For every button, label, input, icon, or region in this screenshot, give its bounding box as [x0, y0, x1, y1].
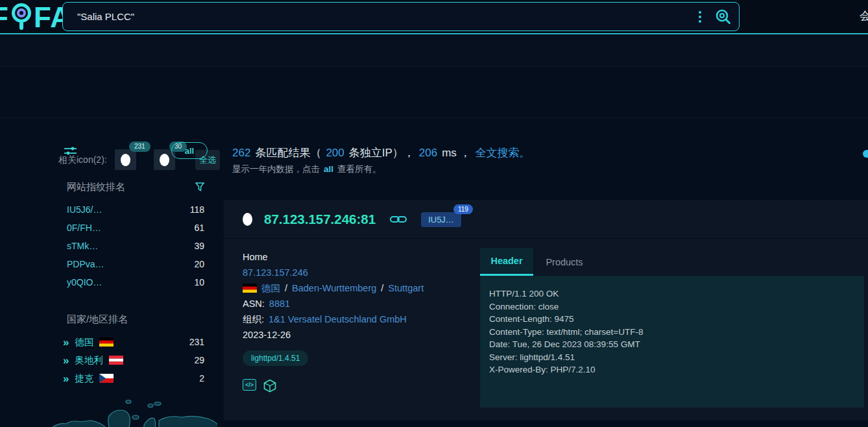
fingerprint-count: 118	[190, 204, 204, 215]
country-count: 231	[189, 337, 204, 347]
icon-filter-tile-1[interactable]	[115, 149, 136, 170]
org-label: 组织:	[243, 313, 264, 326]
link-chain-icon[interactable]	[390, 214, 407, 225]
fofa-logo[interactable]: F FA	[0, 1, 71, 34]
favicon-icon	[243, 213, 252, 226]
country-link[interactable]: 德国	[261, 282, 280, 295]
country-row-austria[interactable]: » 奥地利 29	[63, 352, 204, 369]
world-map	[52, 391, 217, 427]
http-header-panel: HTTP/1.1 200 OK Connection: close Conten…	[480, 276, 864, 408]
search-options-menu-icon[interactable]	[693, 9, 706, 25]
org-link[interactable]: 1&1 Versatel Deutschland GmbH	[269, 314, 407, 324]
summary-text: 条独立IP），	[349, 145, 415, 160]
summary-text: ms ，	[442, 145, 470, 160]
country-count: 2	[199, 373, 204, 384]
fofa-pin-icon	[10, 2, 33, 33]
fingerprint-link[interactable]: y0QIO…	[67, 277, 102, 287]
site-title: Home	[243, 249, 463, 265]
fingerprint-row[interactable]: IU5J6/… 118	[67, 201, 204, 218]
search-button[interactable]	[710, 4, 736, 30]
query-time: 206	[419, 147, 437, 160]
code-icon[interactable]: </>	[243, 379, 256, 391]
search-icon	[715, 8, 732, 25]
fingerprint-row[interactable]: 0F/FH… 61	[67, 219, 204, 236]
city-link[interactable]: Stuttgart	[388, 283, 424, 293]
country-ranking-heading: 国家/地区排名	[67, 313, 128, 326]
country-row-czech[interactable]: » 捷克 2	[63, 370, 204, 387]
secondary-toolbar	[0, 36, 868, 67]
flag-austria-icon	[109, 356, 123, 365]
all-link[interactable]: all	[324, 164, 333, 174]
related-icon-row: 相关icon(2): 231 30 全选	[0, 67, 868, 118]
search-box	[62, 2, 740, 31]
http-line: Connection: close	[489, 300, 855, 313]
country-link[interactable]: 德国	[75, 336, 93, 348]
fingerprint-count: 10	[194, 277, 204, 287]
ip-row: 87.123.157.246	[243, 265, 463, 280]
server-tag[interactable]: lighttpd/1.4.51	[243, 350, 308, 366]
fingerprint-count: 61	[194, 223, 204, 233]
search-input[interactable]	[63, 3, 693, 30]
ip-port-link[interactable]: 87.123.157.246:81	[264, 212, 376, 227]
fingerprint-link[interactable]: PDPva…	[67, 259, 104, 269]
fingerprint-link[interactable]: 0F/FH…	[67, 223, 101, 233]
edge-action-dot[interactable]	[863, 150, 868, 158]
favicon-icon	[160, 154, 169, 166]
fingerprint-badge-wrap: IU5J… 119	[421, 214, 461, 225]
http-line: Date: Tue, 26 Dec 2023 08:39:55 GMT	[489, 338, 855, 351]
tab-header[interactable]: Header	[480, 248, 533, 276]
note-text: 显示一年内数据，点击	[232, 164, 320, 175]
match-count: 262	[232, 147, 250, 160]
result-detail-panel: Header Products HTTP/1.1 200 OK Connecti…	[480, 248, 864, 408]
asn-link[interactable]: 8881	[269, 299, 290, 309]
country-count: 29	[194, 355, 204, 365]
country-row-germany[interactable]: » 德国 231	[63, 334, 204, 350]
results-summary: 262 条匹配结果（ 200 条独立IP）， 206 ms ， 全文搜索。	[232, 145, 531, 160]
result-card: 87.123.157.246:81 IU5J… 119 Home 87.123.…	[224, 200, 868, 421]
fofa-app: F FA 会 相关icon(2)	[0, 0, 868, 427]
fingerprint-link[interactable]: sTMk…	[67, 241, 98, 251]
geo-row: 德国 / Baden-Wurttemberg / Stuttgart	[243, 280, 463, 296]
fingerprint-ranking-heading: 网站指纹排名	[67, 181, 125, 193]
results-summary-note: 显示一年内数据，点击 all 查看所有。	[232, 164, 381, 175]
chevron-right-icon: »	[63, 337, 69, 348]
flag-czech-icon	[99, 374, 114, 383]
http-line: Server: lighttpd/1.4.51	[489, 351, 855, 364]
flag-germany-icon	[243, 284, 257, 293]
fulltext-search-link[interactable]: 全文搜索。	[476, 145, 531, 160]
fingerprint-row[interactable]: y0QIO… 10	[67, 274, 204, 291]
unique-ip-count: 200	[326, 147, 344, 160]
top-header: F FA 会	[0, 0, 868, 34]
country-link[interactable]: 捷克	[75, 372, 93, 385]
fingerprint-badge[interactable]: IU5J…	[421, 212, 461, 227]
tab-products[interactable]: Products	[533, 248, 596, 276]
result-card-header: 87.123.157.246:81 IU5J… 119	[224, 200, 868, 239]
filter-sliders-icon[interactable]	[64, 145, 77, 156]
chevron-right-icon: »	[63, 355, 69, 366]
http-line: HTTP/1.1 200 OK	[489, 287, 855, 300]
http-line: X-Powered-By: PHP/7.2.10	[489, 363, 855, 376]
ip-link[interactable]: 87.123.157.246	[243, 267, 308, 278]
org-row: 组织: 1&1 Versatel Deutschland GmbH	[243, 311, 463, 327]
http-line: Content-Length: 9475	[489, 313, 855, 326]
result-details: Home 87.123.157.246 德国 / Baden-Wurttembe…	[243, 249, 463, 393]
scan-date: 2023-12-26	[243, 330, 291, 340]
funnel-filter-icon[interactable]	[195, 182, 204, 191]
fingerprint-row[interactable]: PDPva… 20	[67, 256, 204, 273]
region-link[interactable]: Baden-Wurttemberg	[292, 283, 376, 293]
country-link[interactable]: 奥地利	[75, 354, 103, 367]
logo-text-left: F	[0, 1, 9, 34]
date-row: 2023-12-26	[243, 327, 463, 343]
all-time-filter-button[interactable]: all	[171, 142, 208, 159]
asn-row: ASN: 8881	[243, 296, 463, 311]
fingerprint-count: 39	[194, 241, 204, 251]
icon-count-badge-1: 231	[129, 141, 151, 152]
http-line: Content-Type: text/html; charset=UTF-8	[489, 326, 855, 339]
member-menu-partial[interactable]: 会	[860, 8, 868, 23]
summary-text: 条匹配结果（	[255, 145, 321, 160]
product-cube-icon[interactable]	[263, 379, 276, 393]
fingerprint-row[interactable]: sTMk… 39	[67, 238, 204, 254]
fingerprint-badge-count: 119	[453, 204, 473, 214]
fingerprint-link[interactable]: IU5J6/…	[67, 204, 102, 215]
asn-label: ASN:	[243, 299, 265, 309]
